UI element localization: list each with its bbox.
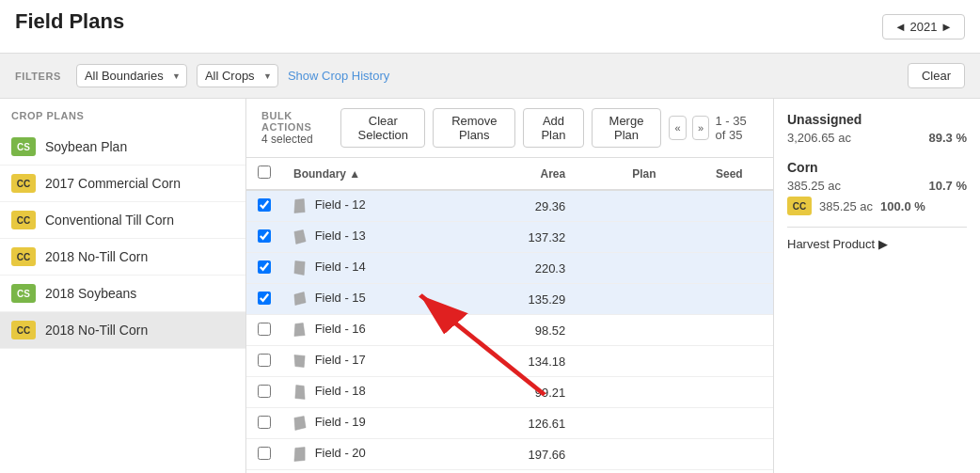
row-field-cell-6: Field - 18 — [282, 377, 450, 408]
row-seed-cell-3 — [686, 284, 773, 315]
prev-page-button[interactable]: « — [669, 116, 687, 140]
remove-plans-button[interactable]: Remove Plans — [433, 108, 515, 148]
row-checkbox-cell-2 — [246, 253, 282, 284]
row-checkbox-0[interactable] — [258, 198, 271, 212]
row-area-cell-9: 121.32 — [450, 470, 604, 474]
harvest-product-link[interactable]: Harvest Product ▶ — [787, 237, 967, 251]
sidebar-item-2[interactable]: CC Conventional Till Corn — [0, 202, 245, 239]
sidebar-item-5[interactable]: CC 2018 No-Till Corn — [0, 312, 245, 349]
row-plan-cell-5 — [603, 346, 685, 377]
row-checkbox-cell-9 — [246, 470, 282, 474]
table-row: Field - 20 197.66 — [246, 439, 773, 470]
row-area-cell-7: 126.61 — [450, 408, 604, 439]
sidebar-item-1[interactable]: CC 2017 Commercial Corn — [0, 166, 245, 202]
select-all-checkbox[interactable] — [258, 166, 271, 179]
row-plan-cell-7 — [603, 408, 685, 439]
corn-stat-row: 385.25 ac 10.7 % — [787, 179, 967, 193]
row-checkbox-6[interactable] — [258, 385, 271, 398]
row-field-cell-4: Field - 16 — [282, 315, 450, 346]
sidebar-item-0[interactable]: CS Soybean Plan — [0, 129, 245, 166]
next-page-button[interactable]: » — [692, 116, 710, 140]
row-field-name-0: Field - 12 — [315, 197, 366, 212]
field-icon-1 — [293, 229, 307, 245]
row-field-cell-0: Field - 12 — [282, 190, 450, 222]
row-seed-cell-5 — [686, 346, 773, 377]
crop-plan-name-3: 2018 No-Till Corn — [45, 249, 148, 264]
table-row: Field - 13 137.32 — [246, 222, 773, 253]
row-area-cell-1: 137.32 — [450, 222, 604, 253]
table-row: Field - 19 126.61 — [246, 408, 773, 439]
selected-count: 4 selected — [261, 133, 325, 146]
show-crop-history-link[interactable]: Show Crop History — [288, 69, 389, 83]
row-area-cell-2: 220.3 — [450, 253, 604, 284]
row-field-cell-8: Field - 20 — [282, 439, 450, 470]
row-field-cell-2: Field - 14 — [282, 253, 450, 284]
row-field-cell-7: Field - 19 — [282, 408, 450, 439]
row-field-name-6: Field - 18 — [315, 384, 366, 398]
crop-plan-name-5: 2018 No-Till Corn — [45, 323, 148, 338]
table-scroll-container[interactable]: Boundary ▲ Area Plan Seed Field — [246, 158, 773, 473]
corn-section: Corn 385.25 ac 10.7 % CC 385.25 ac 100.0… — [787, 160, 967, 215]
row-field-name-1: Field - 13 — [315, 229, 366, 243]
clear-filters-button[interactable]: Clear — [908, 63, 965, 88]
year-nav-button[interactable]: ◄ 2021 ► — [882, 14, 965, 39]
add-plan-button[interactable]: Add Plan — [523, 108, 584, 148]
row-area-cell-5: 134.18 — [450, 346, 604, 377]
table-header-row: Boundary ▲ Area Plan Seed — [246, 158, 773, 190]
field-icon-2 — [293, 260, 307, 276]
field-icon-4 — [293, 322, 307, 339]
clear-selection-button[interactable]: Clear Selection — [340, 108, 425, 148]
corn-title: Corn — [787, 160, 967, 175]
corn-badge: CC — [787, 197, 812, 215]
crop-plan-name-4: 2018 Soybeans — [45, 286, 136, 301]
fields-table: Boundary ▲ Area Plan Seed Field — [246, 158, 773, 473]
unassigned-section: Unassigned 3,206.65 ac 89.3 % — [787, 112, 967, 145]
row-seed-cell-0 — [686, 190, 773, 222]
field-icon-6 — [293, 384, 307, 401]
crop-badge-1: CC — [11, 174, 36, 193]
row-plan-cell-0 — [603, 190, 685, 222]
merge-plan-button[interactable]: Merge Plan — [592, 108, 662, 148]
corn-pct: 10.7 % — [929, 179, 967, 193]
sidebar-item-4[interactable]: CS 2018 Soybeans — [0, 276, 245, 312]
row-checkbox-5[interactable] — [258, 354, 271, 367]
crop-select[interactable]: All Crops — [197, 64, 278, 87]
row-checkbox-cell-3 — [246, 284, 282, 315]
page-header: Field Plans ◄ 2021 ► — [0, 0, 980, 54]
plan-col-header: Plan — [603, 158, 685, 190]
row-plan-cell-1 — [603, 222, 685, 253]
row-checkbox-7[interactable] — [258, 416, 271, 429]
boundary-col-header[interactable]: Boundary ▲ — [282, 158, 450, 190]
row-checkbox-2[interactable] — [258, 260, 271, 274]
harvest-section: Harvest Product ▶ — [787, 227, 967, 251]
row-checkbox-3[interactable] — [258, 292, 271, 305]
row-field-name-8: Field - 20 — [315, 446, 366, 460]
crop-plans-list: CS Soybean Plan CC 2017 Commercial Corn … — [0, 129, 245, 349]
table-row: Field - 16 98.52 — [246, 315, 773, 346]
boundary-select[interactable]: All Boundaries — [76, 64, 187, 87]
sidebar: CROP PLANS CS Soybean Plan CC 2017 Comme… — [0, 99, 246, 473]
row-area-cell-4: 98.52 — [450, 315, 604, 346]
main-content: CROP PLANS CS Soybean Plan CC 2017 Comme… — [0, 99, 980, 473]
row-checkbox-4[interactable] — [258, 323, 271, 336]
table-row: Field - 18 99.21 — [246, 377, 773, 408]
row-checkbox-cell-4 — [246, 315, 282, 346]
row-checkbox-cell-6 — [246, 377, 282, 408]
row-checkbox-1[interactable] — [258, 229, 271, 243]
row-area-cell-3: 135.29 — [450, 284, 604, 315]
field-icon-8 — [293, 446, 307, 463]
row-checkbox-cell-5 — [246, 346, 282, 377]
row-checkbox-8[interactable] — [258, 447, 271, 460]
row-checkbox-cell-0 — [246, 190, 282, 222]
sidebar-item-3[interactable]: CC 2018 No-Till Corn — [0, 239, 245, 276]
row-field-cell-5: Field - 17 — [282, 346, 450, 377]
unassigned-stat-row: 3,206.65 ac 89.3 % — [787, 131, 967, 145]
row-checkbox-cell-8 — [246, 439, 282, 470]
row-seed-cell-9 — [686, 470, 773, 474]
table-row: Field - 21 121.32 — [246, 470, 773, 474]
row-plan-cell-6 — [603, 377, 685, 408]
row-field-cell-3: Field - 15 — [282, 284, 450, 315]
seed-col-header: Seed — [686, 158, 773, 190]
boundary-select-wrapper: All Boundaries — [76, 64, 187, 87]
table-row: Field - 17 134.18 — [246, 346, 773, 377]
